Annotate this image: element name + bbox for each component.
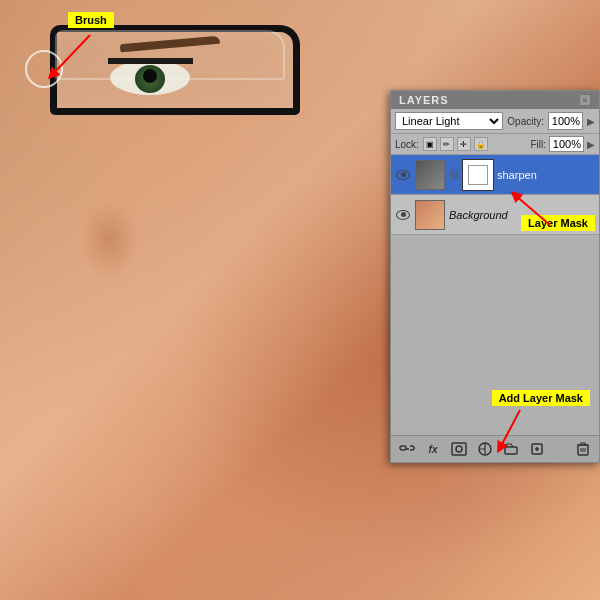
layer-mask-label: Layer Mask [521,215,595,231]
lock-all-icon[interactable]: 🔒 [474,137,488,151]
fill-input[interactable] [549,136,584,152]
add-layer-mask-label: Add Layer Mask [492,390,590,406]
svg-rect-3 [452,443,466,455]
lock-label: Lock: [395,139,419,150]
opacity-input[interactable] [548,112,583,130]
layer-visibility-background[interactable] [395,207,411,223]
layer-thumb-background [415,200,445,230]
delete-layer-icon[interactable] [573,440,593,458]
layer-mask-thumb-sharpen[interactable] [463,160,493,190]
lock-paint-icon[interactable]: ✏ [440,137,454,151]
eye-dot-sharpen [401,172,406,177]
eyelash [108,58,193,64]
mask-preview [468,165,488,185]
layer-chain-sharpen: ⛓ [449,165,459,185]
group-icon[interactable] [501,440,521,458]
layer-name-sharpen: sharpen [497,169,537,181]
layer-thumb-sharpen [415,160,445,190]
fill-label: Fill: [530,139,546,150]
opacity-expand[interactable]: ▶ [587,116,595,127]
layer-visibility-sharpen[interactable] [395,167,411,183]
lock-position-icon[interactable]: ✛ [457,137,471,151]
layers-toolbar: fx [391,435,599,462]
opacity-label: Opacity: [507,116,544,127]
lock-fill-row: Lock: ▣ ✏ ✛ 🔒 Fill: ▶ [391,134,599,155]
brush-cursor [25,50,63,88]
blend-opacity-row: Linear Light Opacity: ▶ [391,109,599,134]
layer-name-background: Background [449,209,508,221]
layer-item-sharpen[interactable]: ⛓ sharpen [391,155,599,195]
eye-dot-background [401,212,406,217]
brush-annotation: Brush [68,12,114,28]
eye-area [100,40,260,100]
layer-mask-annotation: Layer Mask [521,215,595,231]
nose-shadow [80,200,140,280]
layers-panel: LAYERS ≡ Linear Light Opacity: ▶ Lock: ▣… [390,90,600,463]
panel-controls: ≡ [579,94,591,106]
link-layers-icon[interactable] [397,440,417,458]
layers-panel-title: LAYERS [399,94,449,106]
lock-icons-group: ▣ ✏ ✛ 🔒 [423,137,488,151]
fx-icon[interactable]: fx [423,440,443,458]
new-layer-icon[interactable] [527,440,547,458]
add-mask-icon[interactable] [449,440,469,458]
blend-mode-select[interactable]: Linear Light [395,112,503,130]
panel-menu-btn[interactable]: ≡ [579,94,591,106]
layers-panel-header: LAYERS ≡ [391,91,599,109]
fx-label: fx [429,444,438,455]
lock-transparency-icon[interactable]: ▣ [423,137,437,151]
eye-icon-background [396,210,410,220]
add-layer-mask-annotation: Add Layer Mask [492,390,590,406]
fill-expand[interactable]: ▶ [587,139,595,150]
eye-icon-sharpen [396,170,410,180]
svg-rect-6 [505,447,517,454]
pupil [143,69,157,83]
brush-label: Brush [68,12,114,28]
svg-point-4 [456,446,462,452]
adjustment-icon[interactable] [475,440,495,458]
